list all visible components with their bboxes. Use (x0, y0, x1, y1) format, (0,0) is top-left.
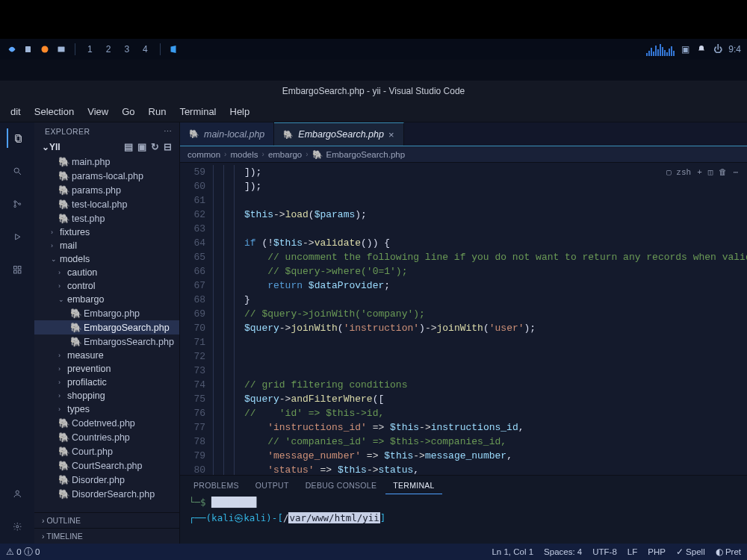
terminal-icon[interactable] (55, 43, 67, 55)
settings-gear-icon[interactable] (7, 517, 27, 536)
file-embargossearch-php[interactable]: 🐘EmbargosSearch.php (34, 335, 179, 349)
menu-view[interactable]: View (81, 103, 114, 120)
php-file-icon: 🐘 (58, 213, 69, 224)
cpu-graph-icon (646, 43, 675, 56)
menu-run[interactable]: Run (143, 103, 173, 120)
breadcrumb-part[interactable]: models (230, 150, 258, 159)
workspace-1[interactable]: 1 (83, 43, 97, 56)
folder-fixtures[interactable]: ›fixtures (34, 225, 179, 239)
panel-tab-terminal[interactable]: TERMINAL (385, 477, 442, 494)
status-eol[interactable]: LF (627, 547, 637, 556)
status-prettier[interactable]: ◐ Pret (716, 547, 741, 557)
php-file-icon: 🐘 (58, 184, 69, 196)
close-tab-icon[interactable]: × (388, 129, 394, 140)
folder-mail[interactable]: ›mail (34, 239, 179, 252)
menu-edit[interactable]: dit (4, 103, 27, 120)
explorer-icon[interactable] (7, 128, 26, 148)
audio-icon[interactable]: ▣ (679, 43, 691, 55)
folder-models[interactable]: ⌄models (34, 252, 179, 266)
panel-tab-problems[interactable]: PROBLEMS (186, 477, 247, 494)
search-icon[interactable] (7, 161, 27, 181)
status-encoding[interactable]: UTF-8 (592, 547, 617, 556)
files-icon[interactable] (22, 43, 34, 55)
code-editor[interactable]: 5960616263646566676869707172737475767778… (180, 163, 747, 475)
file-countries-php[interactable]: 🐘Countries.php (34, 430, 179, 444)
svg-point-7 (14, 201, 16, 203)
status-spell[interactable]: ✓ Spell (676, 547, 705, 557)
breadcrumb[interactable]: common› models› embargo› 🐘 EmbargoSearch… (180, 146, 747, 163)
folder-measure[interactable]: ›measure (34, 349, 179, 362)
status-remote-icon[interactable]: ⚠ 0 ⓘ 0 (6, 547, 40, 558)
new-file-icon[interactable]: ▤ (124, 141, 133, 152)
workspace-2[interactable]: 2 (102, 43, 116, 56)
folder-embargo[interactable]: ⌄embargo (34, 293, 179, 306)
menu-help[interactable]: Help (224, 103, 256, 120)
status-spaces[interactable]: Spaces: 4 (544, 547, 582, 556)
collapse-icon[interactable]: ⊟ (164, 141, 172, 152)
source-control-icon[interactable] (7, 194, 27, 214)
outline-section[interactable]: › OUTLINE (34, 512, 179, 528)
shell-indicator[interactable]: ▢ zsh (666, 166, 691, 180)
folder-control[interactable]: ›control (34, 279, 179, 293)
folder-prevention[interactable]: ›prevention (34, 362, 179, 376)
refresh-icon[interactable]: ↻ (151, 141, 159, 152)
new-folder-icon[interactable]: ▣ (137, 141, 146, 152)
code-lines[interactable]: ]);]);$this->load($params);if (!$this->v… (213, 163, 747, 475)
add-terminal-icon[interactable]: + (697, 166, 702, 180)
panel-tab-debug[interactable]: DEBUG CONSOLE (298, 477, 385, 494)
project-root[interactable]: ⌄ YII ▤ ▣ ↻ ⊟ (34, 139, 179, 155)
tab-embargo-search[interactable]: 🐘 EmbargoSearch.php × (274, 122, 403, 146)
terminal-body[interactable]: └─$ ████████ ┌──(kali㉿kali)-[/var/www/ht… (180, 495, 747, 544)
svg-point-5 (14, 168, 19, 172)
file-test-local-php[interactable]: 🐘test-local.php (34, 197, 179, 211)
account-icon[interactable] (7, 484, 27, 503)
debug-icon[interactable] (7, 227, 27, 246)
tree-item-label: CourtSearch.php (72, 461, 143, 471)
menu-selection[interactable]: Selection (28, 103, 80, 120)
timeline-section[interactable]: › TIMELINE (34, 528, 179, 544)
folder-shopping[interactable]: ›shopping (34, 389, 179, 402)
file-disordersearch-php[interactable]: 🐘DisorderSearch.php (34, 487, 179, 501)
tab-main-local[interactable]: 🐘 main-local.php (180, 122, 274, 146)
breadcrumb-part[interactable]: embargo (268, 150, 302, 159)
power-icon[interactable]: ⏻ (712, 43, 724, 55)
chevron-icon: ⌄ (58, 296, 66, 303)
file-disorder-php[interactable]: 🐘Disorder.php (34, 473, 179, 487)
clock[interactable]: 9:4 (728, 44, 741, 55)
menu-go[interactable]: Go (116, 103, 140, 120)
file-params-local-php[interactable]: 🐘params-local.php (34, 169, 179, 183)
file-codetnved-php[interactable]: 🐘Codetnved.php (34, 416, 179, 430)
split-editor-icon[interactable]: ◫ (708, 166, 713, 180)
more-icon[interactable]: ⋯ (733, 166, 738, 180)
sidebar-more-icon[interactable]: ⋯ (164, 127, 172, 136)
workspace-4[interactable]: 4 (138, 43, 152, 56)
trash-icon[interactable]: 🗑 (719, 166, 727, 180)
workspace-3[interactable]: 3 (120, 43, 134, 56)
kali-logo-icon[interactable] (6, 43, 18, 55)
file-embargo-php[interactable]: 🐘Embargo.php (34, 306, 179, 320)
vscode-taskbar-icon[interactable] (168, 43, 180, 55)
status-language[interactable]: PHP (648, 547, 666, 556)
breadcrumb-part[interactable]: common (187, 150, 220, 159)
file-courtsearch-php[interactable]: 🐘CourtSearch.php (34, 458, 179, 473)
file-court-php[interactable]: 🐘Court.php (34, 444, 179, 458)
panel-tab-output[interactable]: OUTPUT (248, 477, 297, 494)
firefox-icon[interactable] (39, 43, 51, 55)
folder-types[interactable]: ›types (34, 402, 179, 416)
tab-label: EmbargoSearch.php (298, 129, 384, 140)
tree-item-label: EmbargosSearch.php (84, 337, 174, 347)
extensions-icon[interactable] (7, 260, 27, 279)
breadcrumb-file[interactable]: EmbargoSearch.php (326, 150, 405, 159)
file-test-php[interactable]: 🐘test.php (34, 211, 179, 225)
file-main-php[interactable]: 🐘main.php (34, 155, 179, 169)
tree-item-label: Countries.php (72, 432, 130, 443)
file-embargosearch-php[interactable]: 🐘EmbargoSearch.php (34, 320, 179, 335)
chevron-icon: › (58, 269, 66, 276)
file-params-php[interactable]: 🐘params.php (34, 183, 179, 197)
notifications-bell-icon[interactable] (695, 43, 707, 55)
status-cursor[interactable]: Ln 1, Col 1 (492, 547, 533, 556)
folder-profilactic[interactable]: ›profilactic (34, 376, 179, 389)
php-icon: 🐘 (283, 130, 294, 140)
folder-caution[interactable]: ›caution (34, 266, 179, 279)
menu-terminal[interactable]: Terminal (173, 103, 222, 120)
